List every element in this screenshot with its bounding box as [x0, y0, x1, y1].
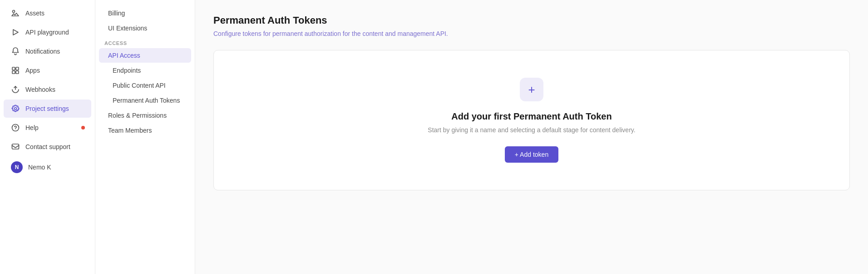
- sidebar-item-webhooks-label: Webhooks: [25, 86, 55, 93]
- settings-icon: [11, 104, 20, 113]
- help-icon: [11, 123, 20, 132]
- empty-state-card: + Add your first Permanent Auth Token St…: [213, 50, 850, 190]
- sidebar-item-nemo-label: Nemo K: [28, 164, 51, 171]
- help-notification-dot: [81, 126, 85, 130]
- sub-sidebar-api-access[interactable]: API Access: [99, 48, 191, 63]
- add-token-button[interactable]: + Add token: [505, 146, 558, 163]
- support-icon: [11, 142, 20, 151]
- svg-point-6: [15, 108, 17, 110]
- main-content: Permanent Auth Tokens Configure tokens f…: [195, 0, 868, 274]
- page-subtitle: Configure tokens for permanent authoriza…: [213, 30, 850, 37]
- sidebar-item-apps-label: Apps: [25, 67, 40, 74]
- apps-icon: [11, 66, 20, 75]
- sub-sidebar-public-content-api[interactable]: Public Content API: [99, 78, 191, 93]
- plus-symbol: +: [528, 83, 535, 97]
- sidebar-item-contact-support-label: Contact support: [25, 143, 70, 150]
- sub-sidebar-endpoints[interactable]: Endpoints: [99, 63, 191, 78]
- bell-icon: [11, 47, 20, 56]
- left-sidebar: Assets API playground Notifications: [0, 0, 95, 274]
- sidebar-item-project-settings-label: Project settings: [25, 105, 69, 112]
- sub-sidebar-team-members[interactable]: Team Members: [99, 123, 191, 138]
- svg-rect-2: [12, 67, 15, 70]
- sidebar-item-nemo[interactable]: N Nemo K: [4, 157, 91, 178]
- sidebar-item-api-playground[interactable]: API playground: [4, 23, 91, 41]
- sub-sidebar-ui-extensions[interactable]: UI Extensions: [99, 21, 191, 35]
- sidebar-item-assets[interactable]: Assets: [4, 4, 91, 22]
- sidebar-item-contact-support[interactable]: Contact support: [4, 138, 91, 156]
- sub-sidebar-permanent-auth-tokens[interactable]: Permanent Auth Tokens: [99, 93, 191, 108]
- svg-point-7: [12, 125, 19, 131]
- sidebar-item-apps[interactable]: Apps: [4, 61, 91, 80]
- sidebar-item-notifications-label: Notifications: [25, 48, 60, 55]
- assets-icon: [11, 9, 20, 18]
- sidebar-item-api-label: API playground: [25, 29, 69, 36]
- svg-rect-5: [16, 71, 19, 74]
- sidebar-item-notifications[interactable]: Notifications: [4, 42, 91, 60]
- svg-rect-3: [16, 67, 19, 70]
- avatar: N: [11, 161, 23, 173]
- svg-rect-4: [12, 71, 15, 74]
- api-icon: [11, 28, 20, 37]
- plus-icon-circle: +: [520, 78, 543, 101]
- sub-sidebar: Billing UI Extensions ACCESS API Access …: [95, 0, 195, 274]
- sub-sidebar-roles-permissions[interactable]: Roles & Permissions: [99, 108, 191, 123]
- svg-point-0: [13, 10, 15, 13]
- sub-sidebar-section-access: ACCESS: [95, 36, 195, 48]
- svg-point-8: [15, 130, 16, 130]
- webhooks-icon: [11, 85, 20, 94]
- sidebar-item-assets-label: Assets: [25, 10, 44, 17]
- sidebar-item-help[interactable]: Help: [4, 119, 91, 137]
- empty-state-description: Start by giving it a name and selecting …: [428, 126, 635, 134]
- sidebar-item-help-label: Help: [25, 124, 39, 131]
- page-title: Permanent Auth Tokens: [213, 15, 850, 26]
- sub-sidebar-billing[interactable]: Billing: [99, 6, 191, 20]
- sidebar-item-project-settings[interactable]: Project settings: [4, 100, 91, 118]
- svg-marker-1: [13, 30, 18, 35]
- sidebar-item-webhooks[interactable]: Webhooks: [4, 80, 91, 99]
- empty-state-title: Add your first Permanent Auth Token: [451, 111, 612, 122]
